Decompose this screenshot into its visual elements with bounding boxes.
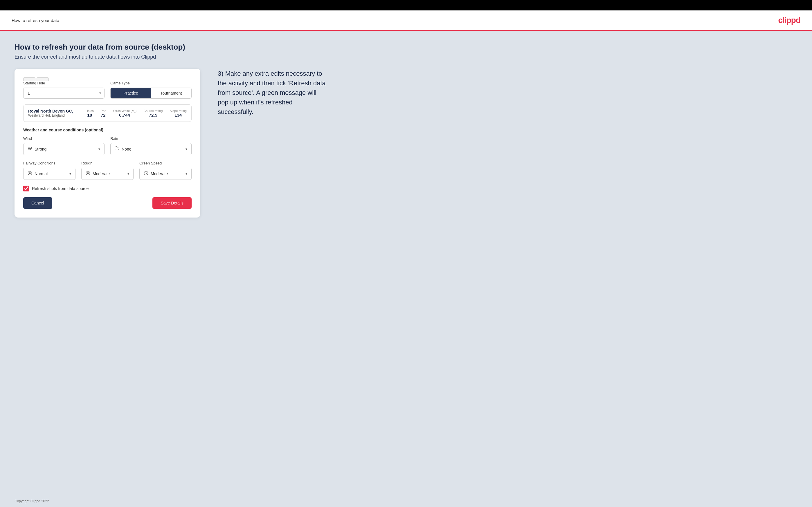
green-speed-value: Moderate [151,171,186,176]
svg-point-5 [29,173,31,174]
rough-value: Moderate [93,171,128,176]
rough-group: Rough Moderate ▾ [81,161,134,180]
slope-rating-label: Slope rating [169,109,187,113]
starting-hole-group: Starting Hole 1 ▾ [23,81,104,99]
copyright-text: Copyright Clippd 2022 [14,499,49,503]
yards-stat: Yards/White (M)) 6,744 [113,109,137,117]
wind-chevron-icon: ▾ [98,147,100,151]
rain-icon [115,146,119,152]
refresh-checkbox-row: Refresh shots from data source [23,186,192,191]
par-value: 72 [101,113,106,117]
rain-label: Rain [110,136,192,141]
fairway-label: Fairway Conditions [23,161,75,165]
rain-chevron-icon: ▾ [186,147,187,151]
green-speed-dropdown[interactable]: Moderate ▾ [139,168,192,180]
content-row: Starting Hole 1 ▾ Game Type Practice Tou… [14,69,798,218]
svg-point-6 [86,171,90,175]
course-location: Westward Ho!, England [28,113,73,117]
fairway-icon [28,171,32,177]
course-stats: Holes 18 Par 72 Yards/White (M)) 6,744 C… [86,109,187,117]
course-rating-value: 72.5 [143,113,163,117]
rough-label: Rough [81,161,134,165]
wind-value: Strong [35,147,98,152]
side-note-text: 3) Make any extra edits necessary to the… [218,69,328,117]
green-speed-group: Green Speed Moderate ▾ [139,161,192,180]
tournament-button[interactable]: Tournament [151,88,191,98]
wind-dropdown[interactable]: Strong ▾ [23,143,104,155]
fairway-dropdown[interactable]: Normal ▾ [23,168,75,180]
action-row: Cancel Save Details [23,197,192,209]
rough-chevron-icon: ▾ [128,172,129,176]
course-rating-label: Course rating [143,109,163,113]
footer: Copyright Clippd 2022 [0,495,812,507]
header: How to refresh your data clippd [0,10,812,31]
wind-label: Wind [23,136,104,141]
slope-rating-stat: Slope rating 134 [169,109,187,117]
game-type-group: Game Type Practice Tournament [110,81,192,99]
conditions-section-title: Weather and course conditions (optional) [23,128,192,132]
rough-icon [86,171,90,177]
yards-label: Yards/White (M)) [113,109,137,113]
game-type-buttons: Practice Tournament [110,88,192,99]
rain-value: None [122,147,186,152]
page-title: How to refresh your data from source (de… [14,43,798,52]
starting-hole-select[interactable]: 1 [23,88,104,99]
yards-value: 6,744 [113,113,137,117]
form-row-top: Starting Hole 1 ▾ Game Type Practice Tou… [23,81,192,99]
main-content: How to refresh your data from source (de… [0,31,812,495]
svg-point-7 [87,173,89,174]
par-stat: Par 72 [101,109,106,117]
starting-hole-label: Starting Hole [23,81,104,85]
holes-stat: Holes 18 [86,109,94,117]
form-panel: Starting Hole 1 ▾ Game Type Practice Tou… [14,69,200,218]
fairway-chevron-icon: ▾ [69,172,71,176]
cancel-button[interactable]: Cancel [23,197,52,209]
wind-rain-row: Wind Strong ▾ Rain No [23,136,192,155]
rough-dropdown[interactable]: Moderate ▾ [81,168,134,180]
course-name: Royal North Devon GC, [28,109,73,113]
starting-hole-wrapper: 1 ▾ [23,88,104,99]
green-speed-chevron-icon: ▾ [186,172,187,176]
holes-label: Holes [86,109,94,113]
page-subtitle: Ensure the correct and most up to date d… [14,54,798,60]
fairway-group: Fairway Conditions Normal ▾ [23,161,75,180]
practice-button[interactable]: Practice [111,88,151,98]
holes-value: 18 [86,113,94,117]
slope-rating-value: 134 [169,113,187,117]
refresh-checkbox[interactable] [23,186,29,191]
wind-group: Wind Strong ▾ [23,136,104,155]
course-row: Royal North Devon GC, Westward Ho!, Engl… [23,104,192,122]
course-rating-stat: Course rating 72.5 [143,109,163,117]
refresh-checkbox-label: Refresh shots from data source [32,186,89,191]
course-info: Royal North Devon GC, Westward Ho!, Engl… [28,109,73,117]
logo: clippd [778,16,800,25]
top-bar [0,0,812,10]
rain-group: Rain None ▾ [110,136,192,155]
side-description: 3) Make any extra edits necessary to the… [218,69,328,117]
save-details-button[interactable]: Save Details [152,197,192,209]
rain-dropdown[interactable]: None ▾ [110,143,192,155]
wind-icon [28,146,32,152]
fairway-rough-green-row: Fairway Conditions Normal ▾ Rough [23,161,192,180]
fairway-value: Normal [35,171,69,176]
par-label: Par [101,109,106,113]
game-type-label: Game Type [110,81,192,85]
svg-point-4 [28,171,32,175]
green-speed-label: Green Speed [139,161,192,165]
header-title: How to refresh your data [12,18,59,23]
green-speed-icon [144,171,148,177]
